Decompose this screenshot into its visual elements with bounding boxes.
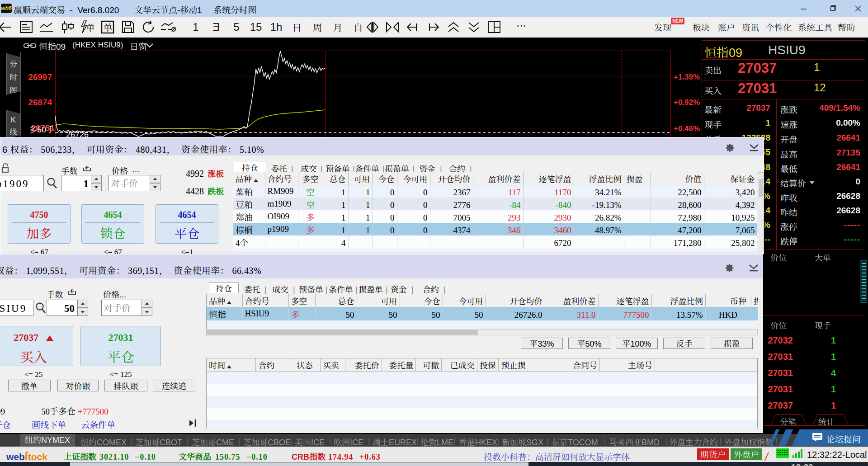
svg-text:单: 单 xyxy=(103,20,113,34)
svg-text:单: 单 xyxy=(86,21,94,34)
